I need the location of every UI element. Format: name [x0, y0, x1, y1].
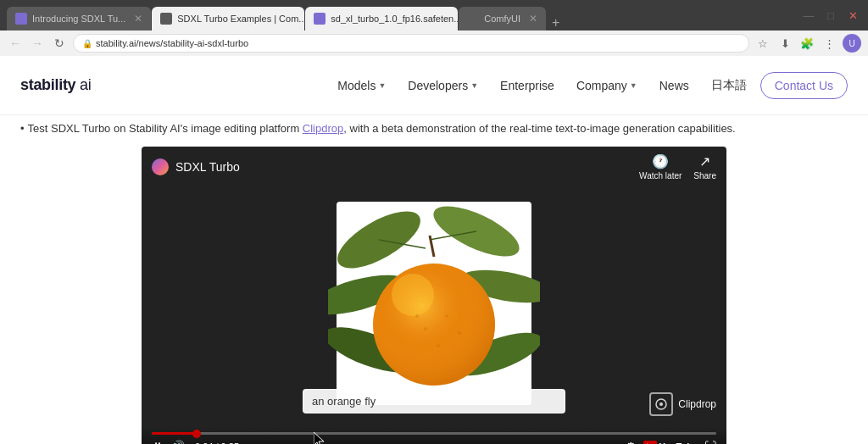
watch-later-label: Watch later	[639, 171, 682, 180]
video-player[interactable]: SDXL Turbo 🕐 Watch later ↗ Share	[142, 147, 726, 444]
new-tab-button[interactable]: +	[547, 15, 565, 31]
nav-enterprise[interactable]: Enterprise	[492, 74, 563, 97]
maximize-button[interactable]: □	[822, 7, 839, 24]
progress-bar[interactable]	[152, 432, 716, 435]
tab-2[interactable]: SDXL Turbo Examples | Com... ✕	[152, 7, 304, 31]
text-input-overlay: an orange fly	[303, 389, 565, 413]
settings-button[interactable]: ⋮	[821, 35, 837, 52]
tab-3[interactable]: sd_xl_turbo_1.0_fp16.safeten... ✕	[305, 7, 458, 31]
reload-button[interactable]: ↻	[51, 35, 68, 52]
tab-bar: Introducing SDXL Tu... ✕ SDXL Turbo Exam…	[7, 0, 788, 31]
minimize-button[interactable]: —	[800, 7, 817, 24]
tab-4-favicon	[467, 13, 479, 25]
clipdrop-icon	[649, 392, 673, 416]
tab-2-label: SDXL Turbo Examples | Com...	[177, 14, 304, 24]
nav-developers[interactable]: Developers ▼	[399, 74, 487, 97]
browser-chrome: Introducing SDXL Tu... ✕ SDXL Turbo Exam…	[0, 0, 868, 31]
browser-nav-bar: ← → ↻ 🔒 stability.ai/news/stability-ai-s…	[0, 31, 868, 56]
nav-company[interactable]: Company ▼	[568, 74, 646, 97]
address-bar[interactable]: 🔒 stability.ai/news/stability-ai-sdxl-tu…	[73, 34, 749, 53]
share-button[interactable]: ↗ Share	[693, 153, 716, 180]
bookmark-button[interactable]: ☆	[754, 35, 771, 52]
video-title: SDXL Turbo	[175, 160, 240, 174]
tab-1[interactable]: Introducing SDXL Tu... ✕	[7, 7, 151, 31]
lock-icon: 🔒	[82, 39, 92, 48]
svg-point-11	[392, 274, 434, 316]
tab-4[interactable]: ComfyUI ✕	[459, 7, 546, 31]
tab-3-favicon	[314, 13, 326, 25]
nav-models[interactable]: Models ▼	[329, 74, 394, 97]
nav-japanese[interactable]: 日本語	[703, 73, 755, 98]
clipdrop-watermark: Clipdrop	[649, 392, 716, 416]
tab-1-favicon	[15, 13, 27, 25]
svg-point-18	[659, 402, 663, 406]
tab-4-close[interactable]: ✕	[529, 13, 537, 25]
tab-2-favicon	[160, 13, 172, 25]
youtube-logo[interactable]: ▶ YouTube	[643, 441, 698, 445]
company-arrow: ▼	[630, 81, 637, 90]
tab-3-label: sd_xl_turbo_1.0_fp16.safeten...	[331, 14, 458, 24]
svg-point-14	[458, 331, 461, 335]
fullscreen-button[interactable]: ⛶	[704, 440, 716, 444]
share-icon: ↗	[699, 153, 710, 169]
logo-stability: stability	[20, 76, 75, 93]
svg-point-15	[415, 314, 419, 318]
bullet-text: Test SDXL Turbo on Stability AI's image …	[28, 122, 736, 135]
tab-1-label: Introducing SDXL Tu...	[32, 14, 125, 24]
forward-button[interactable]: →	[29, 35, 46, 52]
bullet-dot: •	[20, 122, 25, 135]
volume-button[interactable]: 🔊	[170, 440, 185, 444]
prompt-input[interactable]: an orange fly	[303, 389, 565, 413]
svg-point-10	[373, 264, 495, 386]
svg-point-16	[437, 344, 440, 347]
logo-ai: ai	[80, 76, 91, 93]
svg-point-13	[424, 327, 427, 330]
controls-row: ⏸ 🔊 0:04 / 0:35 ⚙ ▶ YouTube ⛶	[152, 440, 716, 444]
video-controls: ⏸ 🔊 0:04 / 0:35 ⚙ ▶ YouTube ⛶	[142, 427, 726, 444]
watch-later-icon: 🕐	[652, 153, 669, 169]
site-header: stability ai Models ▼ Developers ▼ Enter…	[0, 56, 868, 115]
close-button[interactable]: ✕	[844, 7, 861, 24]
developers-arrow: ▼	[470, 81, 478, 90]
controls-right: ⚙ ▶ YouTube ⛶	[626, 440, 716, 444]
svg-point-12	[445, 314, 448, 318]
contact-us-button[interactable]: Contact Us	[760, 72, 848, 99]
clipdrop-text: Clipdrop	[678, 398, 716, 410]
share-label: Share	[693, 171, 716, 180]
tab-1-close[interactable]: ✕	[134, 13, 142, 25]
video-title-area: SDXL Turbo	[152, 158, 240, 175]
models-arrow: ▼	[378, 81, 386, 90]
browser-window-controls: — □ ✕	[800, 7, 861, 24]
download-button[interactable]: ⬇	[776, 35, 793, 52]
clipdrop-link[interactable]: Clipdrop	[303, 122, 343, 135]
bullet-item: • Test SDXL Turbo on Stability AI's imag…	[20, 122, 848, 135]
profile-button[interactable]: U	[843, 34, 861, 53]
address-url: stability.ai/news/stability-ai-sdxl-turb…	[96, 38, 248, 48]
watch-later-button[interactable]: 🕐 Watch later	[639, 153, 682, 180]
content-area: • Test SDXL Turbo on Stability AI's imag…	[0, 115, 868, 142]
back-button[interactable]: ←	[7, 35, 24, 52]
orange-illustration	[328, 193, 540, 413]
progress-fill	[152, 432, 197, 435]
video-favicon	[152, 158, 169, 175]
video-top-bar: SDXL Turbo 🕐 Watch later ↗ Share	[142, 147, 726, 187]
nav-news[interactable]: News	[651, 74, 698, 97]
pause-button[interactable]: ⏸	[152, 440, 164, 444]
video-top-actions: 🕐 Watch later ↗ Share	[639, 153, 716, 180]
extensions-button[interactable]: 🧩	[798, 35, 815, 52]
site-nav: Models ▼ Developers ▼ Enterprise Company…	[329, 72, 848, 99]
site-logo: stability ai	[20, 76, 91, 94]
tab-4-label: ComfyUI	[484, 14, 520, 24]
settings-btn[interactable]: ⚙	[626, 440, 637, 444]
progress-dot	[192, 430, 201, 438]
